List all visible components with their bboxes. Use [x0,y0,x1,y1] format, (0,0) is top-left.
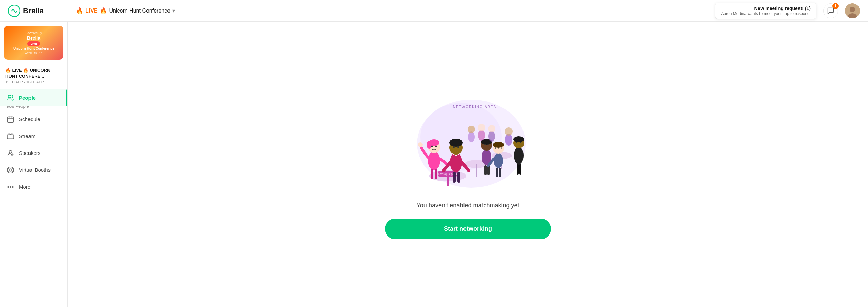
svg-point-78 [505,127,513,136]
svg-line-17 [12,168,13,169]
meeting-notification[interactable]: New meeting request! (1) Aaron Medina wa… [715,3,816,19]
svg-point-44 [449,139,463,147]
sidebar-item-virtual-booths[interactable]: Virtual Booths [0,162,67,179]
topbar: Brella 🔥 LIVE 🔥 Unicorn Hunt Conference … [0,0,868,22]
sidebar-item-people[interactable]: People [0,89,67,106]
svg-rect-48 [457,172,460,183]
start-networking-button[interactable]: Start networking [385,219,551,239]
speakers-icon [7,149,14,157]
svg-rect-63 [499,168,501,177]
event-name: Unicorn Hunt Conference [109,8,171,14]
svg-text:NETWORKING AREA: NETWORKING AREA [453,105,496,109]
event-card[interactable]: Powered By Brella LIVE Unicorn Hunt Conf… [4,26,63,60]
brella-logo-white: Brella [27,35,40,41]
svg-point-53 [488,144,489,145]
notification-title: New meeting request! (1) [721,6,811,11]
main-content: NETWORKING AREA ⊕brella | Helpdesk [68,22,868,307]
svg-point-64 [514,147,524,164]
svg-point-4 [8,95,11,98]
sidebar-event-dates: 15TH APR - 16TH APR [5,80,62,84]
chat-badge: 1 [832,3,839,9]
svg-point-68 [520,142,521,143]
speakers-label: Speakers [19,150,40,156]
virtual-booths-label: Virtual Booths [19,167,51,173]
svg-point-37 [431,146,433,147]
topbar-right: New meeting request! (1) Aaron Medina wa… [715,3,860,19]
live-pill: LIVE [27,41,40,46]
sidebar: Powered By Brella LIVE Unicorn Hunt Conf… [0,22,68,307]
card-event-name: Unicorn Hunt Conference [13,47,54,51]
svg-rect-40 [431,169,433,179]
svg-point-20 [10,186,11,187]
svg-point-38 [435,146,437,147]
svg-rect-41 [435,169,437,179]
chevron-down-icon: ▾ [172,7,175,14]
sidebar-event-title: 🔥 LIVE 🔥 UNICORN HUNT CONFERE... [5,68,62,79]
main-body: Powered By Brella LIVE Unicorn Hunt Conf… [0,22,868,307]
brella-logo[interactable]: Brella [8,5,76,17]
user-avatar[interactable] [845,3,860,18]
sidebar-item-schedule[interactable]: Schedule [0,111,67,128]
svg-point-56 [494,153,503,168]
svg-point-52 [484,144,486,145]
svg-rect-32 [447,176,449,186]
svg-rect-62 [496,168,498,177]
svg-rect-70 [519,164,521,175]
powered-by-label: Powered By [25,31,42,35]
schedule-label: Schedule [19,116,40,122]
svg-rect-5 [8,117,14,122]
svg-point-76 [488,125,495,132]
svg-point-10 [9,150,12,153]
svg-line-18 [8,171,10,172]
matchmaking-text: You haven't enabled matchmaking yet [417,202,519,209]
svg-point-45 [453,146,455,148]
topbar-event[interactable]: 🔥 LIVE 🔥 Unicorn Hunt Conference ▾ [76,7,175,15]
people-icon [7,94,14,102]
virtual-booths-icon [7,166,14,174]
sidebar-event-info: 🔥 LIVE 🔥 UNICORN HUNT CONFERE... 15TH AP… [0,64,67,84]
svg-point-36 [427,141,432,149]
svg-line-15 [8,168,10,169]
more-icon [7,183,14,191]
sidebar-item-speakers[interactable]: Speakers [0,145,67,162]
sidebar-nav: People 988 People Schedule [0,89,67,307]
schedule-icon [7,116,14,123]
svg-point-19 [8,186,9,187]
svg-rect-69 [517,164,519,175]
svg-point-46 [457,146,459,148]
svg-rect-9 [7,135,14,139]
svg-rect-47 [453,172,456,183]
svg-point-33 [428,151,440,170]
sidebar-item-more[interactable]: More [0,179,67,196]
svg-point-74 [478,124,485,131]
sidebar-item-stream[interactable]: Stream [0,128,67,145]
svg-rect-28 [476,164,477,177]
svg-point-66 [513,136,524,142]
svg-point-21 [12,186,13,187]
people-label: People [19,95,36,101]
card-event-dates: APRIL 15 - 16 [25,52,42,55]
svg-point-67 [516,142,517,143]
chat-button[interactable]: 1 [823,3,838,18]
notification-subtitle: Aaron Medina wants to meet you. Tap to r… [721,11,811,16]
svg-rect-54 [484,165,487,175]
live-badge: LIVE [85,8,98,14]
stream-label: Stream [19,133,35,139]
svg-point-58 [493,142,504,148]
svg-point-2 [850,7,855,12]
networking-illustration: NETWORKING AREA ⊕brella | Helpdesk [393,89,542,191]
stream-icon [7,132,14,140]
svg-line-16 [12,171,13,172]
svg-point-39 [418,142,423,147]
svg-point-72 [468,126,475,133]
more-label: More [19,184,31,190]
logo-text: Brella [23,6,44,15]
